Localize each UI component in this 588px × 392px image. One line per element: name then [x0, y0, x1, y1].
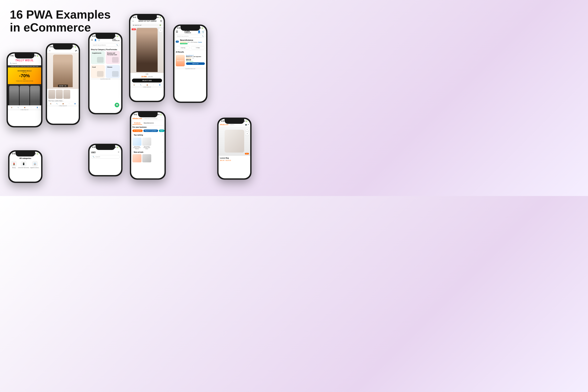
new-prod-1: [132, 154, 142, 162]
tally2-thumbnails: [47, 89, 79, 100]
cat-quotation[interactable]: Request for Quotation: [144, 130, 158, 132]
chat-button[interactable]: 💬: [115, 103, 119, 107]
pure-logo: PURE FORMULAS: [112, 39, 120, 41]
phone-pure2-screen: 9:41 ▲▲▲ WiFi 🔋 ☰ PURE FORMULAS 👤 🛒 Sear…: [174, 26, 206, 102]
heart-btn[interactable]: ♡: [245, 128, 249, 131]
nav-home-2[interactable]: 🏠: [50, 103, 52, 104]
nav-search-2[interactable]: 🔍: [56, 103, 58, 104]
pure2-brand-banner: NS NeuroScience ★★★★★ 4.46 1,312 Reviews…: [174, 38, 206, 45]
share-icon-2[interactable]: ↗: [248, 124, 249, 126]
tally2-new-label: NEW IN: [58, 84, 68, 87]
free-shipping-badge: Free Shipping: [186, 61, 205, 62]
share-icon[interactable]: ⎘: [160, 20, 162, 22]
nav-bag-f[interactable]: 👜: [146, 84, 148, 86]
product-stars: ★★★★☆: [186, 58, 192, 59]
nav-account-f[interactable]: 👤: [159, 84, 160, 86]
add-to-cart-button[interactable]: Add to Cart: [186, 62, 205, 65]
fitness-img: [112, 71, 118, 77]
fashion-product-title: BEIGE CUT OUT JUMPER: [134, 20, 160, 22]
wishlist-icon[interactable]: ♡: [159, 28, 162, 32]
watches-image: [132, 138, 142, 146]
back-icon-fashion[interactable]: ←: [132, 20, 134, 22]
camera-icon[interactable]: 📷: [245, 124, 247, 126]
cart-icon-2[interactable]: 🛒: [202, 30, 205, 33]
pure-search[interactable]: Search top products 🔍: [91, 44, 120, 47]
pure-url: a pureformulas.com: [90, 78, 121, 80]
new-arrivals-products: [131, 154, 164, 163]
jacket-label: Most popular Polyester Shell Jacket: [142, 146, 151, 150]
hamburger-icon-2[interactable]: ☰: [176, 30, 178, 33]
phone-notch-3: [96, 34, 115, 39]
phone-login-screen: 9:41 ▲▲▲ WiFi 🔋 Log in ✕ 🔍 Search: [90, 145, 121, 175]
nav-bag-2[interactable]: 👜: [62, 103, 64, 104]
image-dots: [130, 73, 164, 75]
cat-open[interactable]: Open: [159, 130, 164, 132]
nav-home[interactable]: 🏠: [11, 107, 12, 108]
cat-electronics[interactable]: 📱 Consumer Electronics: [18, 161, 29, 168]
cat-fitness[interactable]: Fitness: [106, 65, 120, 78]
close-icon[interactable]: ✕: [118, 151, 120, 153]
alibaba-products: Most popular Electronic Smart Watches Mo…: [131, 137, 164, 150]
alibaba-logo: alibaba.com: [132, 118, 142, 120]
tab-manufacturers[interactable]: Manufacturers: [142, 122, 156, 124]
login-search[interactable]: 🔍 Search: [91, 155, 120, 158]
sort-button[interactable]: ↕ Sort by: [176, 46, 190, 49]
tab-login[interactable]: Log in: [91, 151, 96, 153]
filter-button[interactable]: ≡ Filter: [191, 46, 205, 49]
user-icon[interactable]: 👤: [94, 39, 97, 41]
tally-bottom-nav: 🏠 🔍 👜 ♡ 👤: [8, 105, 41, 109]
hamburger-icon[interactable]: ☰: [91, 39, 93, 41]
share-btn[interactable]: ↗: [245, 132, 249, 136]
tab-products[interactable]: Products: [132, 122, 142, 124]
promo-title: NOVEMBER DEALS: [10, 70, 39, 72]
food-img: [97, 71, 104, 77]
cat-all[interactable]: All categories: [132, 130, 142, 132]
jacket-image: [142, 138, 151, 146]
phone-tally-screen: 9:41 ▲▲▲ WiFi 🔋 TALLY WEIJL 🔍 Search HOM…: [8, 54, 41, 126]
phone-pure-products: 9:41 ▲▲▲ WiFi 🔋 ☰ PURE FORMULAS 👤 🛒 Sear…: [173, 24, 208, 103]
match-up-bar[interactable]: ⊞ MATCH UP 🌿: [132, 24, 162, 26]
alibaba-tabs: Products Manufacturers: [131, 121, 164, 126]
brand-name: NeuroScience: [180, 39, 202, 41]
product-info: NeuroScience ® Balance D - 60 Capsules ★…: [186, 55, 205, 65]
cat-beauty[interactable]: Beauty and Personal Care: [106, 51, 120, 64]
phone-notch-8: [96, 145, 115, 150]
nav-search[interactable]: 🔍: [18, 107, 19, 108]
doctor-badge: Doctor: [198, 42, 202, 43]
phone-notch-2: [53, 44, 73, 50]
user-icon-2[interactable]: 👤: [198, 30, 201, 33]
pure2-search[interactable]: Search top products 🔍: [176, 35, 205, 38]
nav-search-f[interactable]: 🔍: [140, 84, 142, 86]
cat-supplements[interactable]: Supplements: [91, 51, 105, 64]
electronics-icon: 📱: [20, 161, 26, 167]
phone-notch-6: [138, 112, 158, 117]
headline-text: 16 PWA Examples in eCommerce: [10, 8, 111, 34]
nav-bag[interactable]: 👜: [24, 107, 26, 108]
phone-fashion-detail: 9:41 ▲▲▲ WiFi 🔋 ← BEIGE CUT OUT JUMPER ⎘…: [129, 14, 165, 102]
back-icon[interactable]: ←: [49, 49, 51, 52]
categories-row: 💄 Beauty 📱 Consumer Electronics 👔 Appare…: [10, 160, 41, 169]
nav-wishlist-2[interactable]: ♡: [68, 103, 70, 104]
nav-account-2[interactable]: 👤: [74, 103, 76, 104]
cart-icon[interactable]: 🛒: [98, 39, 100, 41]
beauty-img: [112, 57, 118, 63]
supplements-img: [97, 57, 104, 63]
nav-wishlist[interactable]: ♡: [30, 107, 32, 108]
cat-apparel[interactable]: 👔 Apparel & Acces...: [30, 161, 40, 168]
nav-wishlist-f[interactable]: ♡: [153, 84, 154, 86]
nav-home-f[interactable]: 🏠: [134, 84, 135, 86]
alibaba-search[interactable]: What are you looking f...: [143, 117, 163, 120]
new-arrivals-header: New arrivals →: [131, 150, 164, 154]
filter-icon[interactable]: ⇌: [75, 49, 77, 52]
phone-notch-5: [180, 26, 200, 31]
leaf-icon: 🌿: [160, 24, 161, 26]
phone-fashion-screen: 9:41 ▲▲▲ WiFi 🔋 ← BEIGE CUT OUT JUMPER ⎘…: [130, 15, 164, 101]
cat-beauty[interactable]: 💄 Beauty: [11, 161, 17, 168]
nav-account[interactable]: 👤: [36, 107, 38, 108]
promo-off: OFF: [10, 78, 39, 80]
beauty-icon: 💄: [11, 161, 17, 167]
select-size-button[interactable]: SELECT SIZE: [132, 78, 162, 82]
fashion-url: a tally-weijl.com: [130, 86, 164, 88]
cat-food[interactable]: Food: [91, 65, 105, 78]
tally-search[interactable]: 🔍 Search: [10, 62, 39, 64]
